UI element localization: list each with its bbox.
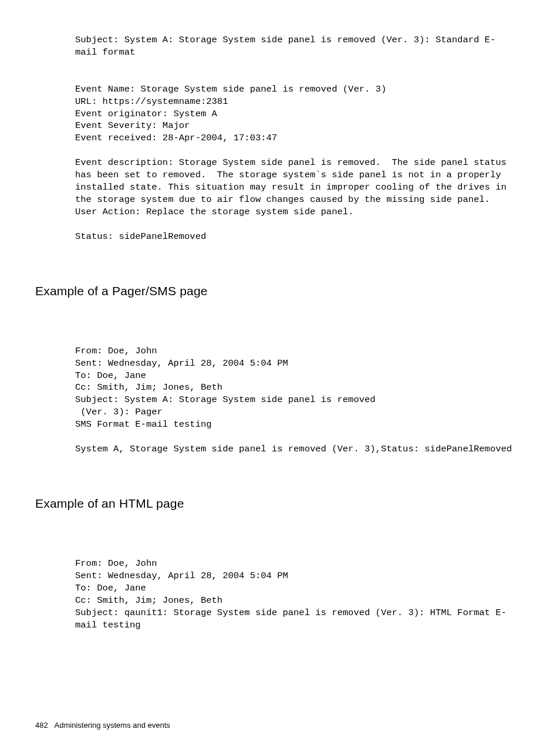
section-heading-pager-sms: Example of a Pager/SMS page bbox=[35, 284, 525, 298]
email-example-block-1: Subject: System A: Storage System side p… bbox=[75, 34, 513, 243]
footer-section-title: Administering systems and events bbox=[55, 721, 170, 730]
section-heading-html-page: Example of an HTML page bbox=[35, 497, 525, 511]
page-footer: 482 Administering systems and events bbox=[35, 721, 170, 730]
email-example-block-2: From: Doe, John Sent: Wednesday, April 2… bbox=[75, 345, 513, 455]
document-page: Subject: System A: Storage System side p… bbox=[0, 0, 560, 746]
email-example-block-3: From: Doe, John Sent: Wednesday, April 2… bbox=[75, 558, 513, 632]
page-number: 482 bbox=[35, 721, 48, 730]
